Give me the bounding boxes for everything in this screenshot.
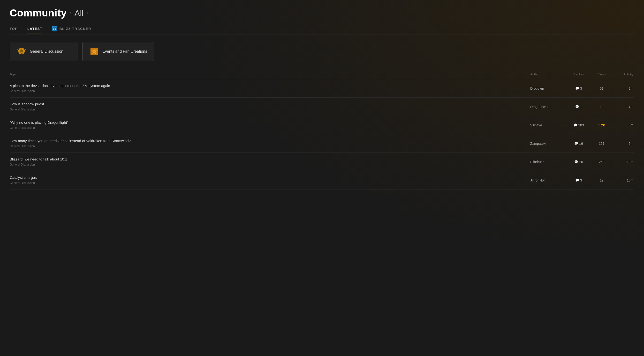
speech-bubble-icon: 💬 [575,87,579,90]
table-row: Blizzard, we need to talk about 10.1 Gen… [10,153,634,171]
replies-cell: 💬 20 [566,160,591,164]
speech-bubble-icon: 💬 [575,105,579,109]
category-events-fan-creations[interactable]: Events and Fan Creations [82,42,154,61]
views-cell: 258 [591,160,612,164]
header-activity: Activity [612,72,634,76]
author-name: Drobdien [528,87,566,90]
breadcrumb-separator-1: › [70,10,72,16]
svg-rect-2 [20,52,24,52]
speech-bubble-icon: 💬 [575,178,579,182]
activity-cell: 6m [612,123,634,127]
header-replies: Replies [566,72,591,76]
table-header: Topic Author Replies Views Activity [10,71,634,79]
topic-category: General Discussion [10,181,35,185]
breadcrumb-separator-2: › [86,10,88,16]
topic-cell: How is shadow priest General Discussion [10,102,528,111]
breadcrumb-community[interactable]: Community [10,7,67,19]
topic-title[interactable]: A plea to the devs - don't ever implemen… [10,84,528,88]
activity-cell: 4m [612,105,634,109]
topic-category: General Discussion [10,163,35,166]
topic-category: General Discussion [10,126,35,130]
table-row: A plea to the devs - don't ever implemen… [10,79,634,98]
replies-count: 16 [579,142,583,146]
events-icon [89,47,99,56]
svg-text:BZ: BZ [53,27,57,30]
tab-bar: TOP LATEST BZ BLIZZ TRACKER [10,26,634,35]
topic-title[interactable]: How is shadow priest [10,102,528,106]
author-name: Dragonsworn [528,105,566,109]
views-cell: 51 [591,87,612,90]
table-row: Catalyst charges General Discussion Jinr… [10,171,634,189]
topic-cell: How many times you entered Oribos instea… [10,139,528,148]
views-cell: 19 [591,105,612,109]
general-discussion-label: General Discussion [30,49,64,54]
topic-cell: “Why no one is playing Dragonflight” Gen… [10,120,528,130]
replies-count: 3 [580,87,582,90]
author-name: Vilineva [528,123,566,127]
table-body: A plea to the devs - don't ever implemen… [10,79,634,189]
views-cell: 151 [591,142,612,146]
topic-cell: Catalyst charges General Discussion [10,176,528,185]
tab-blizz-tracker-label: BLIZZ TRACKER [59,27,91,31]
replies-count: 1 [580,105,582,109]
views-cell: 5.2k [591,123,612,127]
replies-count: 383 [578,123,584,127]
activity-cell: 9m [612,142,634,146]
replies-cell: 💬 1 [566,105,591,109]
tab-blizz-tracker[interactable]: BZ BLIZZ TRACKER [52,26,91,35]
topic-category: General Discussion [10,108,35,111]
author-name: Blindrush [528,160,566,164]
breadcrumb: Community › All › [10,7,634,19]
topic-category: General Discussion [10,89,35,93]
replies-cell: 💬 3 [566,178,591,182]
replies-cell: 💬 16 [566,142,591,146]
speech-bubble-icon: 💬 [573,123,577,127]
header-views: Views [591,72,612,76]
author-name: Jinrohklor [528,178,566,182]
author-name: Zampatext [528,142,566,146]
speech-bubble-icon: 💬 [574,142,578,145]
table-row: How many times you entered Oribos instea… [10,134,634,153]
events-fan-creations-label: Events and Fan Creations [102,49,147,54]
topic-cell: Blizzard, we need to talk about 10.1 Gen… [10,157,528,167]
views-cell: 19 [591,178,612,182]
header-topic: Topic [10,72,528,76]
blizz-icon: BZ [52,26,57,31]
header-author: Author [528,72,566,76]
topic-table: Topic Author Replies Views Activity A pl… [10,71,634,189]
replies-cell: 💬 3 [566,87,591,90]
topic-category: General Discussion [10,145,35,148]
breadcrumb-all[interactable]: All [74,8,84,18]
category-general-discussion[interactable]: General Discussion [10,42,78,61]
topic-cell: A plea to the devs - don't ever implemen… [10,84,528,93]
activity-cell: 13m [612,160,634,164]
replies-cell: 💬 383 [566,123,591,127]
activity-cell: 2m [612,87,634,90]
topic-title[interactable]: How many times you entered Oribos instea… [10,139,528,143]
tab-latest[interactable]: LATEST [27,27,42,34]
replies-count: 3 [580,178,582,182]
replies-count: 20 [579,160,583,164]
topic-title[interactable]: “Why no one is playing Dragonflight” [10,120,528,125]
activity-cell: 16m [612,178,634,182]
tab-top[interactable]: TOP [10,27,18,34]
svg-point-6 [94,51,95,52]
helm-icon [17,47,26,56]
table-row: How is shadow priest General Discussion … [10,98,634,116]
category-list: General Discussion Events and Fan Creati… [10,42,634,61]
table-row: “Why no one is playing Dragonflight” Gen… [10,116,634,134]
speech-bubble-icon: 💬 [574,160,578,164]
topic-title[interactable]: Catalyst charges [10,176,528,179]
topic-title[interactable]: Blizzard, we need to talk about 10.1 [10,157,528,161]
